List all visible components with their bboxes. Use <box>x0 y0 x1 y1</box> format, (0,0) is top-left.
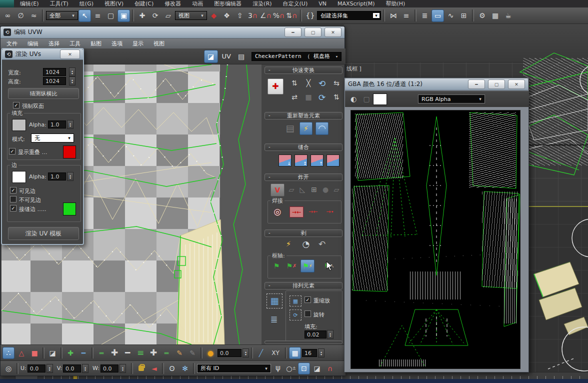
weld-icon[interactable]: →← <box>306 206 320 216</box>
edit-uvw-titlebar[interactable]: ⟲ 编辑 UVW ━ ▢ ✕ <box>0 26 344 38</box>
width-field[interactable]: 1024 <box>43 68 66 76</box>
flatten-sphere-icon[interactable]: ● <box>320 184 330 194</box>
render-production-button[interactable]: ☕ <box>502 10 514 22</box>
align-button[interactable]: ≡ <box>400 10 412 22</box>
flatten-by-id-table-icon[interactable]: ⊞ <box>309 184 319 194</box>
overlap-color-swatch[interactable] <box>63 146 76 158</box>
snap-magnet-button[interactable]: ∩ <box>324 362 336 374</box>
edge-color-swatch[interactable] <box>12 171 26 183</box>
force-2sided-checkbox[interactable]: ✓ <box>13 102 20 108</box>
absolute-offset-toggle[interactable]: ◎ <box>2 362 14 374</box>
select-manipulate-button[interactable]: ❖ <box>220 10 233 22</box>
rollout-stitch[interactable]: -缝合 <box>264 144 342 151</box>
toggle-ribbon-button[interactable]: ▭ <box>432 10 444 22</box>
named-selection-set-dropdown[interactable]: 创建选择集▾ <box>317 11 381 20</box>
snap-toggle-3d-button[interactable]: 3∩ <box>246 10 259 22</box>
rollout-reshape-elements[interactable]: -重新塑造元素 <box>264 112 342 120</box>
grid-size-spinner[interactable]: ▴▾ <box>318 348 324 358</box>
align-horizontal-icon[interactable]: ⇆ <box>330 78 342 88</box>
w-spinner[interactable]: ▴▾ <box>120 364 126 373</box>
break-polygon-icon[interactable]: ▱ <box>286 184 296 194</box>
reset-peel-icon[interactable]: ↶ <box>316 238 328 250</box>
menu-views[interactable]: 视图(V) <box>104 0 124 8</box>
falloff-spinner[interactable]: ▴▾ <box>242 348 249 358</box>
shrink-selection-button[interactable]: ━ <box>78 347 90 359</box>
menu-maxscript[interactable]: MAXScript(M) <box>338 0 375 7</box>
grid-snap-toggle[interactable]: ▦ <box>289 347 301 359</box>
filter-bulb-button[interactable]: ʘ <box>166 362 178 374</box>
percent-snap-button[interactable]: %∩ <box>272 10 285 22</box>
quick-transform-main-button[interactable]: ✚ <box>268 78 284 94</box>
vertex-mode-button[interactable]: ∴ <box>2 347 14 359</box>
weld-selected-icon[interactable]: →← <box>290 206 304 218</box>
rotate-pack-icon[interactable]: ⟳ <box>290 310 302 320</box>
ring-shrink-icon[interactable]: ═ <box>160 347 172 359</box>
lock-selection-button[interactable] <box>135 362 147 374</box>
visible-edges-checkbox[interactable]: ✓ <box>10 187 16 194</box>
uvw-menu-mapping[interactable]: 贴图 <box>90 40 102 48</box>
pan-hand-button[interactable]: ψ <box>272 362 284 374</box>
align-vertical-icon[interactable]: ⇅ <box>330 92 342 102</box>
invisible-edges-checkbox[interactable] <box>10 196 16 202</box>
reference-coordinate-dropdown[interactable]: 视图▾ <box>175 11 207 20</box>
menu-modifiers[interactable]: 修改器 <box>164 0 181 8</box>
rf-minimize-button[interactable]: ━ <box>468 80 485 89</box>
grow-ring-button[interactable]: ✚ <box>148 347 160 359</box>
soft-selection-falloff-icon[interactable]: ● <box>204 347 216 359</box>
layer-manager-button[interactable]: ≣ <box>418 10 431 22</box>
falloff-value-field[interactable]: 0.0 <box>218 349 242 357</box>
show-overlap-checkbox[interactable]: ✓ <box>9 148 16 154</box>
spinner-snap-button[interactable]: ⇅∩ <box>286 10 298 22</box>
hide-selected-button[interactable]: ◄ <box>148 362 160 374</box>
height-field[interactable]: 1024 <box>43 77 66 85</box>
zoom-extents-button[interactable]: ◪ <box>311 362 323 374</box>
pack-custom-icon[interactable]: ≣ <box>266 312 282 326</box>
mirror-free-icon[interactable]: ╳ <box>302 78 314 88</box>
background-color-swatch[interactable] <box>373 94 387 105</box>
weld-target-rings-icon[interactable]: ◎ <box>272 206 284 218</box>
properties-icon[interactable]: ▤ <box>235 50 248 62</box>
rotate-ccw-icon[interactable]: ⟲ <box>316 78 328 90</box>
show-map-toggle[interactable]: ◪ <box>204 50 218 63</box>
menu-tools[interactable]: 工具(T) <box>50 0 68 8</box>
render-frame-titlebar[interactable]: GBA 颜色 16 位/通道 (1:2) ━ ▢ ✕ <box>345 78 528 90</box>
v-field[interactable]: 0.0 <box>63 364 81 372</box>
edge-ring-icon[interactable]: ≡ <box>134 347 146 359</box>
falloff-linear-icon[interactable]: ╱ <box>255 347 267 359</box>
close-button[interactable]: ✕ <box>324 28 342 37</box>
rendered-frame-window-button[interactable]: ▦ <box>489 10 502 22</box>
unlink-selection-icon[interactable]: ∅ <box>14 10 27 22</box>
seam-edges-checkbox[interactable]: ✓ <box>10 205 16 212</box>
app-logo[interactable] <box>0 0 14 8</box>
menu-edit[interactable]: 编辑(E) <box>20 0 39 8</box>
peel-mode-icon[interactable]: ◔ <box>300 238 312 250</box>
seam-color-swatch[interactable] <box>63 202 76 216</box>
dialog-close-button[interactable]: ✕ <box>60 50 80 59</box>
u-spinner[interactable]: ▴▾ <box>46 364 53 373</box>
v-spinner[interactable]: ▴▾ <box>82 364 88 373</box>
freeze-button[interactable]: ✻ <box>179 362 191 374</box>
rollout-explode[interactable]: -炸开 <box>264 174 342 181</box>
uv-channel-label[interactable]: UV <box>222 52 231 60</box>
menu-rendering[interactable]: 渲染(R) <box>252 0 272 8</box>
render-canvas[interactable] <box>350 110 520 369</box>
stitch-custom-icon[interactable] <box>326 154 340 166</box>
uvw-menu-select[interactable]: 选择 <box>48 40 60 48</box>
edge-mode-button[interactable]: △ <box>16 347 28 359</box>
menu-graph-editors[interactable]: 图形编辑器 <box>214 0 242 8</box>
brush-larger-icon[interactable]: ✎ <box>186 347 198 359</box>
edit-named-selections-button[interactable]: {} <box>304 10 316 22</box>
padding-spinner[interactable]: ▴▾ <box>327 330 334 339</box>
shrink-loop-button[interactable]: ━ <box>122 347 134 359</box>
menu-create[interactable]: 创建(C) <box>134 0 154 8</box>
select-in-3d-cube-button[interactable]: ◪ <box>46 347 58 359</box>
move-vertical-icon[interactable]: ⇅ <box>288 78 300 88</box>
uvw-menu-edit[interactable]: 编辑 <box>28 40 38 48</box>
relax-arch-icon[interactable]: ◠ <box>316 122 328 135</box>
uvw-menu-view[interactable]: 视图 <box>154 40 164 48</box>
stitch-to-source-icon[interactable]: ↑ <box>310 154 324 166</box>
rollout-quick-transform[interactable]: -快速变换 <box>264 66 342 74</box>
unpin-icon[interactable]: ⚑✗ <box>286 260 298 272</box>
rearrange-icon[interactable]: ▦ <box>290 296 302 306</box>
selection-filter-dropdown[interactable]: 全部▾ <box>46 11 78 20</box>
